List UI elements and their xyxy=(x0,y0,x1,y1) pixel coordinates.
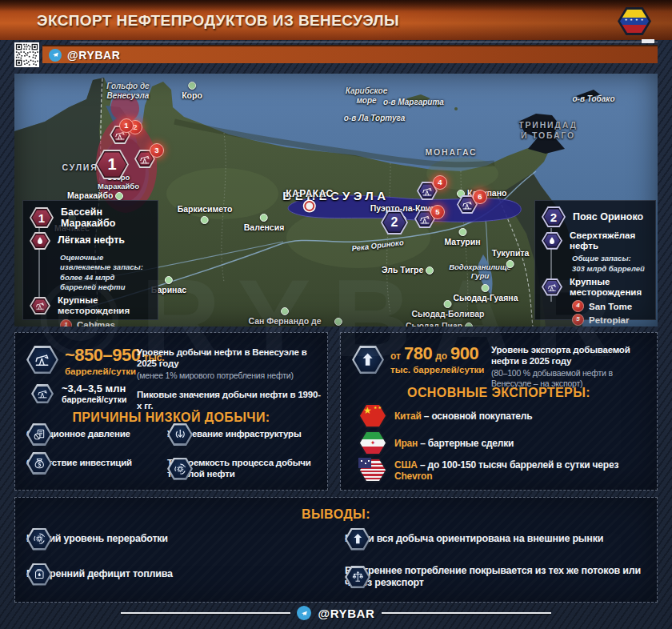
map-city: Сьюдад Пиар xyxy=(406,322,473,327)
telegram-icon xyxy=(49,49,62,62)
oil-drop-icon xyxy=(30,232,50,250)
map-pin-icon xyxy=(165,276,173,284)
field-number-badge: 3 xyxy=(150,143,164,158)
map-pin-icon xyxy=(260,214,268,222)
field-item: 1Cabimas xyxy=(60,319,151,327)
oil-type-label: Сверхтяжёлая нефть xyxy=(570,230,649,250)
legend-title: Бассейн Маракайбо xyxy=(61,206,151,229)
export-desc: Уровень экспорта добываемой нефти в 2025… xyxy=(491,344,651,389)
divider-dash xyxy=(642,39,654,43)
legend-number-hexagon: 2 xyxy=(542,206,566,227)
peak-value: ~3,4–3,5 млн баррелей/сутки xyxy=(62,383,126,404)
maracaibo-basin-marker: 1 xyxy=(95,150,129,179)
map-city: Кайкара xyxy=(322,318,355,327)
telegram-handle[interactable]: @RYBAR xyxy=(67,49,121,62)
pumpjack-icon xyxy=(139,154,150,165)
map-pin-icon xyxy=(188,82,196,90)
fields-title: Крупные месторождения xyxy=(570,277,649,297)
sea-label: о-в Маргарита xyxy=(383,98,444,107)
telegram-banner: @RYBAR xyxy=(42,45,658,63)
region-label: МОНАГАС xyxy=(426,147,478,158)
legend-number-hexagon: 1 xyxy=(30,207,54,228)
sea-label: о-в Тобако xyxy=(572,94,614,104)
china-flag-icon: ★★★ xyxy=(358,403,387,428)
pumpjack-icon xyxy=(26,346,58,374)
map-city-capital: КАРАКАС xyxy=(286,189,333,211)
exporter-item: ★★★ Китай – основной покупатель xyxy=(358,403,532,428)
conclusion-item: Низкий уровень переработки xyxy=(26,533,322,545)
up-arrow-icon xyxy=(345,528,370,551)
map-pin-icon xyxy=(334,318,342,326)
field-number-badge: 1 xyxy=(119,118,134,133)
divider xyxy=(70,42,658,42)
capital-marker-icon xyxy=(305,201,315,211)
telegram-icon xyxy=(297,606,311,620)
venezuela-flag-icon: ★ ★ ★ ★ xyxy=(618,7,651,35)
pumpjack-icon xyxy=(542,278,562,296)
telegram-handle[interactable]: @RYBAR xyxy=(318,607,374,620)
legend-maracaibo: 1 Бассейн Маракайбо Лёгкая нефть Оценочн… xyxy=(22,200,158,320)
iran-flag-icon: ✦ xyxy=(358,431,387,455)
cause-item: Санкционное давление xyxy=(26,429,162,440)
oilfield-marker: 6 xyxy=(457,195,478,214)
map-city: Маракайбо xyxy=(67,191,123,201)
oil-drop-icon xyxy=(542,232,562,250)
conclusions-panel: ВЫВОДЫ: Низкий уровень переработки Внутр… xyxy=(14,497,658,603)
map-pin-icon xyxy=(506,260,514,268)
field-number-badge: 5 xyxy=(430,205,445,219)
export-panel: от780до900 тыс. баррелей/сутки Уровень э… xyxy=(340,332,658,491)
page-title: ЭКСПОРТ НЕФТЕПРОДУКТОВ ИЗ ВЕНЕСУЭЛЫ xyxy=(37,0,399,42)
field-item: 5Petropiar xyxy=(572,314,649,326)
oilfield-marker: 4 xyxy=(417,182,438,200)
conclusions-title: ВЫВОДЫ: xyxy=(15,507,657,522)
exporter-item: ✦ Иран – бартерные сделки xyxy=(358,431,514,455)
pumpjack-icon xyxy=(31,384,54,403)
map-pin-icon xyxy=(465,323,473,327)
region-label: СУЛИЯ xyxy=(62,162,98,173)
sea-label: Гольфо де Венесуэла xyxy=(94,82,162,100)
fields-title: Крупные месторождения xyxy=(58,295,151,315)
map-city: Сан Фернандо де Апуре xyxy=(248,307,322,327)
field-number-badge: 6 xyxy=(473,190,487,204)
map-city: Коро xyxy=(182,82,202,101)
conclusion-item: Внутреннее потребление покрывается из те… xyxy=(345,565,657,589)
oil-type-label: Лёгкая нефть xyxy=(58,235,125,246)
fuel-can-icon xyxy=(26,563,52,586)
map-city: Сьюдад-Боливар xyxy=(412,300,485,319)
map-city: Матурин xyxy=(444,228,480,247)
up-arrow-icon xyxy=(352,346,384,374)
cause-item: Устаревание инфраструктуры xyxy=(167,429,324,440)
map-pin-icon xyxy=(281,307,289,315)
pumpjack-icon xyxy=(462,199,473,210)
usa-flag-icon xyxy=(358,458,387,483)
footer-line xyxy=(382,612,551,614)
map-pin-icon xyxy=(444,300,452,308)
cause-item: Трудоемкость процесса добычи тяжелой неф… xyxy=(167,458,327,480)
production-desc: Уровень добычи нефти в Венесуэле в 2025 … xyxy=(137,347,322,381)
reserves-note: Общие запасы: 303 млрд баррелей xyxy=(572,254,649,274)
orinoco-belt-marker: 2 xyxy=(381,210,408,234)
export-value: от780до900 тыс. баррелей/сутки xyxy=(390,343,484,375)
map-pin-icon xyxy=(482,284,490,292)
map-pin-icon xyxy=(426,266,434,274)
reserves-note: Оценочные извлекаемые запасы: более 44 м… xyxy=(60,253,151,292)
oilfield-marker: 21 xyxy=(110,126,130,144)
peak-desc: Пиковые значения добычи нефти в 1990-х г… xyxy=(137,389,322,412)
exporter-item: США – до 100-150 тысяч баррелей в сутки … xyxy=(358,458,646,483)
infographic: ЭКСПОРТ НЕФТЕПРОДУКТОВ ИЗ ВЕНЕСУЭЛЫ ★ ★ … xyxy=(0,0,672,629)
pumpjack-icon xyxy=(30,297,50,314)
conclusion-item: Почти вся добыча ориентирована на внешни… xyxy=(345,533,652,545)
sea-label: о-в Ла Тортуга xyxy=(344,114,406,123)
cause-item: Отсутствие инвестиций xyxy=(26,458,162,469)
conclusion-item: Внутренний дефицит топлива xyxy=(26,568,322,580)
money-bag-icon xyxy=(26,452,52,475)
refining-icon xyxy=(26,528,52,551)
region-label: ТРИНИДАД И ТОБАГО xyxy=(516,120,580,140)
exporters-title: ОСНОВНЫЕ ЭКСПОРТЕРЫ: xyxy=(341,386,657,400)
map-city: Тукупита xyxy=(492,249,530,268)
map-pin-icon xyxy=(115,192,123,200)
map: Карибское море Гольфо де Венесуэла о-в М… xyxy=(14,74,658,327)
footer-line xyxy=(121,612,290,614)
legend-title: Пояс Ориноко xyxy=(573,211,643,222)
map-city: Эль Тигре xyxy=(382,266,434,275)
